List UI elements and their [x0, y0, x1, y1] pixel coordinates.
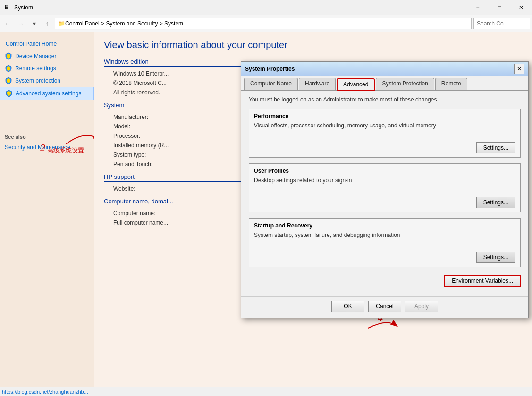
sidebar-label-remote-settings: Remote settings	[15, 65, 56, 72]
apply-button[interactable]: Apply	[405, 301, 438, 312]
win-copyright-value: © 2018 Microsoft C...	[113, 80, 167, 86]
performance-settings-button[interactable]: Settings...	[476, 142, 515, 153]
user-profiles-desc: Desktop settings related to your sign-in	[254, 177, 515, 184]
startup-recovery-desc: System startup, system failure, and debu…	[254, 232, 515, 238]
window-close-button[interactable]: ✕	[510, 0, 532, 15]
window-icon: 🖥	[4, 4, 11, 11]
full-computer-name-label: Full computer name...	[113, 219, 189, 226]
window-controls: − □ ✕	[467, 0, 532, 15]
page-title: View basic information about your comput…	[104, 40, 523, 51]
tab-remote[interactable]: Remote	[435, 78, 467, 90]
sidebar-item-system-protection[interactable]: System protection	[0, 75, 94, 87]
title-bar: 🖥 System − □ ✕	[0, 0, 532, 15]
environment-variables-button[interactable]: Environment Variables...	[444, 275, 521, 287]
env-vars-container: Environment Variables...	[249, 273, 521, 291]
dialog-title-bar: System Properties ✕	[241, 62, 528, 76]
sidebar: Control Panel Home Device Manager Remote…	[0, 32, 94, 396]
dialog-tabs: Computer Name Hardware Advanced System P…	[241, 76, 528, 91]
user-profiles-title: User Profiles	[254, 168, 515, 174]
tab-computer-name[interactable]: Computer Name	[244, 78, 298, 90]
dialog-title-text: System Properties	[245, 66, 514, 72]
status-bar-url: https://blog.csdn.net/zhanghuanzhb...	[2, 389, 88, 395]
system-properties-dialog: System Properties ✕ Computer Name Hardwa…	[241, 61, 529, 318]
forward-button[interactable]: →	[15, 18, 26, 29]
see-also-label: See also	[0, 128, 94, 142]
shield-icon-2	[5, 65, 12, 72]
sidebar-item-advanced-system-settings[interactable]: Advanced system settings	[0, 87, 94, 100]
maximize-button[interactable]: □	[489, 0, 510, 15]
pen-touch-label: Pen and Touch:	[113, 161, 189, 168]
startup-recovery-section: Startup and Recovery System startup, sys…	[249, 218, 521, 267]
address-path[interactable]: 📁 Control Panel > System and Security > …	[55, 18, 472, 29]
search-placeholder: Search Co...	[477, 20, 508, 27]
dialog-close-button[interactable]: ✕	[514, 64, 524, 74]
tab-system-protection[interactable]: System Protection	[376, 78, 434, 90]
memory-label: Installed memory (R...	[113, 142, 189, 149]
processor-label: Processor:	[113, 133, 189, 139]
minimize-button[interactable]: −	[467, 0, 489, 15]
performance-section: Performance Visual effects, processor sc…	[249, 109, 521, 158]
computer-name-label: Computer name:	[113, 210, 189, 217]
dialog-info-text: You must be logged on as an Administrato…	[249, 96, 521, 103]
sidebar-label-device-manager: Device Manager	[15, 53, 56, 59]
startup-recovery-title: Startup and Recovery	[254, 222, 515, 229]
ok-button[interactable]: OK	[331, 301, 364, 312]
shield-icon-1	[5, 52, 12, 60]
up-button[interactable]: ↑	[42, 18, 53, 29]
dialog-footer: OK Cancel Apply	[241, 296, 528, 318]
user-profiles-settings-button[interactable]: Settings...	[476, 197, 515, 208]
history-button[interactable]: ▾	[28, 18, 40, 29]
sidebar-label-advanced-system-settings: Advanced system settings	[16, 90, 81, 97]
startup-recovery-settings-button[interactable]: Settings...	[476, 252, 515, 263]
website-label: Website:	[113, 185, 189, 192]
dialog-body: You must be logged on as an Administrato…	[241, 91, 528, 296]
tab-advanced[interactable]: Advanced	[337, 78, 375, 91]
cancel-button[interactable]: Cancel	[368, 301, 401, 312]
shield-icon-3	[5, 77, 12, 84]
window-title: System	[14, 4, 33, 11]
tab-hardware[interactable]: Hardware	[299, 78, 336, 90]
model-label: Model:	[113, 123, 189, 130]
win-rights-value: All rights reserved.	[113, 89, 160, 96]
user-profiles-section: User Profiles Desktop settings related t…	[249, 163, 521, 212]
shield-icon-4	[5, 90, 13, 97]
win-edition-value: Windows 10 Enterpr...	[113, 70, 169, 77]
sidebar-label-system-protection: System protection	[15, 77, 60, 84]
sidebar-item-device-manager[interactable]: Device Manager	[0, 50, 94, 62]
sidebar-item-remote-settings[interactable]: Remote settings	[0, 62, 94, 75]
sidebar-home-link[interactable]: Control Panel Home	[0, 38, 94, 50]
search-box[interactable]: Search Co...	[473, 18, 530, 29]
performance-title: Performance	[254, 113, 515, 119]
back-button[interactable]: ←	[2, 18, 13, 29]
folder-icon: 📁	[58, 20, 65, 27]
sidebar-label-security-maintenance: Security and Maintenance	[5, 144, 70, 151]
address-bar: ← → ▾ ↑ 📁 Control Panel > System and Sec…	[0, 15, 532, 32]
startup-recovery-settings-btn-container: Settings...	[254, 252, 515, 263]
performance-settings-btn-container: Settings...	[254, 142, 515, 153]
system-type-label: System type:	[113, 152, 189, 158]
performance-desc: Visual effects, processor scheduling, me…	[254, 122, 515, 129]
sidebar-item-security-maintenance[interactable]: Security and Maintenance	[0, 142, 94, 153]
user-profiles-settings-btn-container: Settings...	[254, 197, 515, 208]
address-text: Control Panel > System and Security > Sy…	[65, 20, 183, 27]
status-bar: https://blog.csdn.net/zhanghuanzhb...	[0, 387, 532, 396]
manufacturer-label: Manufacturer:	[113, 114, 189, 120]
